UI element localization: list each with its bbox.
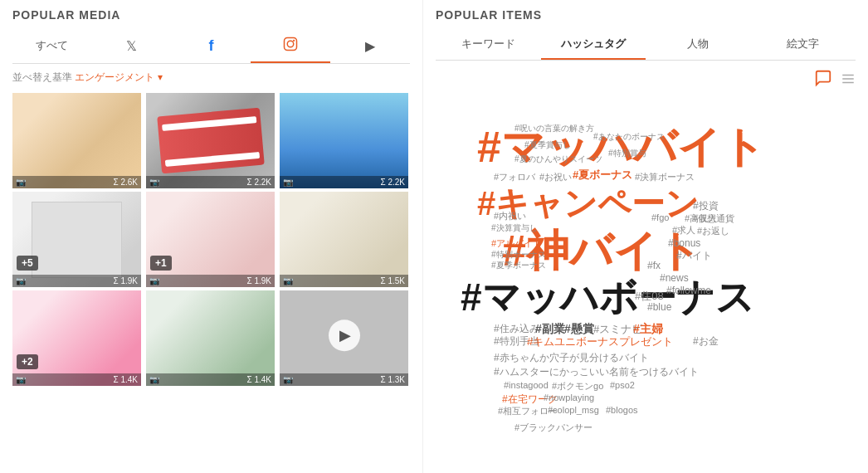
word-item[interactable]: #特別ボーナス <box>491 249 546 261</box>
word-item[interactable]: #お祝い <box>539 171 572 183</box>
media-item-2[interactable]: 📷 Σ 2.2K <box>146 93 275 188</box>
media-overlay-7: 📷 Σ 1.4K <box>12 373 141 386</box>
media-overlay-8: 📷 Σ 1.4K <box>146 373 275 386</box>
tab-twitter[interactable]: 𝕏 <box>92 32 172 62</box>
media-item-6[interactable]: 📷 Σ 1.5K <box>280 192 408 287</box>
list-view-icon[interactable] <box>841 71 856 90</box>
word-item[interactable]: #キムユニボーナスプレゼント <box>527 334 673 349</box>
tab-all-label: すべて <box>36 39 68 51</box>
plus-badge-5: +1 <box>150 256 172 271</box>
left-section-title: POPULAR MEDIA <box>12 8 410 22</box>
word-item[interactable]: #お返し <box>697 225 729 237</box>
word-item[interactable]: #求人 <box>672 224 695 236</box>
word-item[interactable]: #決算ボーナス <box>635 171 695 183</box>
platform-icon-7: 📷 <box>16 375 26 384</box>
tab-hashtag-label: ハッシュタグ <box>561 37 626 50</box>
tab-facebook[interactable]: f <box>172 31 251 63</box>
svg-point-1 <box>288 41 295 47</box>
word-item[interactable]: #夏季ボーナス <box>491 260 546 271</box>
word-item[interactable]: #ハムスターにかっこいい名前をつけるバイト <box>494 365 699 379</box>
platform-icon-5: 📷 <box>149 276 159 285</box>
word-item[interactable]: #呪いの言葉の解き方 <box>514 123 594 134</box>
word-item[interactable]: #アルバイト <box>491 237 542 250</box>
tab-instagram[interactable] <box>251 30 330 63</box>
tab-emoji[interactable]: 絵文字 <box>751 30 856 60</box>
media-item-3[interactable]: 📷 Σ 2.2K <box>280 93 408 188</box>
media-overlay-1: 📷 Σ 2.6K <box>12 176 141 188</box>
word-item[interactable]: #fgo <box>651 212 669 222</box>
tab-youtube[interactable]: ▶ <box>330 32 410 62</box>
play-icon: ▶ <box>329 319 360 351</box>
word-item[interactable]: #nowplaying <box>544 393 594 402</box>
tab-all[interactable]: すべて <box>12 32 92 61</box>
tab-emoji-label: 絵文字 <box>787 37 819 50</box>
word-item[interactable]: #内祝い <box>494 210 526 222</box>
word-item[interactable]: #バイト <box>676 249 712 263</box>
count-4: Σ 1.9K <box>113 276 138 285</box>
media-grid: 📷 Σ 2.6K 📷 Σ 2.2K 📷 Σ 2.2K <box>12 93 410 386</box>
word-item[interactable]: #bonus <box>668 237 700 249</box>
word-item[interactable]: #夏ボーナス <box>573 168 632 183</box>
count-3: Σ 2.2K <box>380 178 405 187</box>
sort-dropdown[interactable]: エンゲージメント ▾ <box>75 71 162 83</box>
count-6: Σ 1.5K <box>380 276 405 285</box>
word-item[interactable]: #instagood <box>504 380 549 390</box>
media-overlay-5: 📷 Σ 1.9K <box>146 275 275 287</box>
left-panel: POPULAR MEDIA すべて 𝕏 f ▶ 並べ替え基準 エンゲージメント … <box>0 0 423 473</box>
word-item[interactable]: #ブラックパンサー <box>514 422 592 434</box>
word-item[interactable]: #あなたのボーナス <box>593 131 665 143</box>
tab-person[interactable]: 人物 <box>646 30 751 60</box>
sort-row: 並べ替え基準 エンゲージメント ▾ <box>12 71 410 85</box>
media-item-5[interactable]: +1 📷 Σ 1.9K <box>146 192 275 287</box>
count-2: Σ 2.2K <box>246 178 271 187</box>
word-item[interactable]: #お金 <box>693 334 719 349</box>
svg-point-2 <box>293 40 295 41</box>
media-item-4[interactable]: +5 📷 Σ 1.9K <box>12 192 141 287</box>
platform-icon-2: 📷 <box>149 178 159 187</box>
word-item[interactable]: #夏季賞与し <box>524 139 571 151</box>
word-item[interactable]: #colopl_msg <box>548 405 599 415</box>
word-item[interactable]: #夏のひんやりスイーツ <box>514 154 602 165</box>
count-5: Σ 1.9K <box>246 276 271 285</box>
word-item[interactable]: #fx <box>647 260 661 271</box>
instagram-icon <box>283 40 298 54</box>
word-cloud: #マッハバイト#キャンペーン#神バイト#マッハボーナス#呪いの言葉の解き方#夏季… <box>436 98 856 446</box>
word-item[interactable]: #pso2 <box>610 380 635 390</box>
word-item[interactable]: #特別賞与 <box>608 148 646 159</box>
platform-icon-4: 📷 <box>16 276 26 285</box>
word-item[interactable]: #news <box>660 272 689 284</box>
platform-icon-6: 📷 <box>283 276 293 285</box>
media-item-9[interactable]: ▶ 📷 Σ 1.3K <box>280 290 408 386</box>
word-item[interactable]: #followme <box>666 285 711 296</box>
word-item[interactable]: #赤ちゃんか穴子が見分けるバイト <box>494 351 649 365</box>
tab-hashtag[interactable]: ハッシュタグ <box>541 30 646 60</box>
word-item[interactable]: #マッハボーナス <box>461 272 754 324</box>
twitter-icon: 𝕏 <box>126 39 137 53</box>
media-item-1[interactable]: 📷 Σ 2.6K <box>12 93 141 188</box>
media-overlay-2: 📷 Σ 2.2K <box>146 176 275 188</box>
sort-label: 並べ替え基準 <box>12 71 72 83</box>
platform-icon-9: 📷 <box>283 375 293 384</box>
media-tabs: すべて 𝕏 f ▶ <box>12 30 410 64</box>
svg-rect-0 <box>285 38 297 51</box>
count-8: Σ 1.4K <box>246 375 271 384</box>
media-overlay-9: 📷 Σ 1.3K <box>280 373 408 386</box>
plus-badge-4: +5 <box>17 256 38 271</box>
right-actions <box>436 69 856 91</box>
word-item[interactable]: #仮想通貨 <box>693 212 734 225</box>
word-item[interactable]: #フォロバ <box>494 171 535 183</box>
media-item-7[interactable]: +2 📷 Σ 1.4K <box>12 290 141 386</box>
tab-keyword-label: キーワード <box>461 37 515 50</box>
chat-icon-button[interactable] <box>814 69 832 91</box>
word-item[interactable]: #blogos <box>606 405 638 415</box>
right-panel: POPULAR ITEMS キーワード ハッシュタグ 人物 絵文字 <box>423 0 868 473</box>
word-item[interactable]: #ボクモンgo <box>552 380 603 393</box>
word-item[interactable]: #投資 <box>693 199 719 213</box>
word-item[interactable]: #決算賞与し <box>491 222 538 234</box>
word-item[interactable]: #blue <box>647 301 671 313</box>
tab-keyword[interactable]: キーワード <box>436 30 541 60</box>
popular-tabs: キーワード ハッシュタグ 人物 絵文字 <box>436 30 856 61</box>
count-7: Σ 1.4K <box>113 375 138 384</box>
media-item-8[interactable]: 📷 Σ 1.4K <box>146 290 275 386</box>
media-overlay-3: 📷 Σ 2.2K <box>280 176 408 188</box>
